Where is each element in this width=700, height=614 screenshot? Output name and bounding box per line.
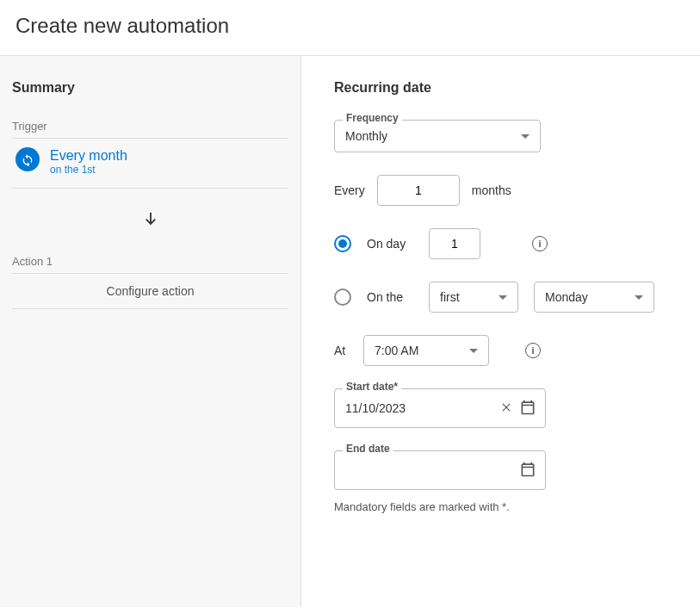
form-title: Recurring date <box>334 80 667 96</box>
form-panel: Recurring date Frequency Monthly Every m… <box>301 56 700 607</box>
trigger-title: Every month <box>50 147 127 164</box>
frequency-select[interactable]: Monthly <box>334 120 541 152</box>
on-day-input[interactable] <box>429 228 480 259</box>
end-date-input[interactable] <box>334 450 546 490</box>
chevron-down-icon <box>635 295 643 300</box>
frequency-field: Frequency Monthly <box>334 120 541 152</box>
every-label: Every <box>334 183 365 197</box>
info-icon[interactable]: i <box>532 236 548 251</box>
at-label: At <box>334 344 351 357</box>
page-title: Create new automation <box>15 14 685 38</box>
on-day-label: On day <box>367 237 413 251</box>
calendar-icon[interactable] <box>519 399 536 419</box>
chevron-down-icon <box>521 134 530 139</box>
start-date-field: Start date* 11/10/2023 <box>334 388 546 428</box>
trigger-text: Every month on the 1st <box>50 147 127 176</box>
at-row: At 7:00 AM i <box>334 335 667 366</box>
recurring-icon <box>15 147 40 171</box>
info-icon[interactable]: i <box>525 343 541 358</box>
time-value: 7:00 AM <box>375 344 418 357</box>
flow-arrow-icon <box>12 189 288 255</box>
on-the-radio[interactable] <box>334 288 351 306</box>
on-the-row: On the first Monday <box>334 282 667 313</box>
ordinal-value: first <box>440 290 460 304</box>
summary-panel: Summary Trigger Every month on the 1st A… <box>0 56 301 607</box>
weekday-select[interactable]: Monday <box>534 282 654 313</box>
on-day-radio[interactable] <box>334 235 351 252</box>
every-unit: months <box>472 183 511 197</box>
summary-title: Summary <box>12 80 288 96</box>
on-day-row: On day i <box>334 228 667 259</box>
frequency-value: Monthly <box>345 129 387 143</box>
start-date-value: 11/10/2023 <box>345 401 493 415</box>
calendar-icon[interactable] <box>519 461 536 481</box>
main-layout: Summary Trigger Every month on the 1st A… <box>0 56 700 607</box>
configure-action-row[interactable]: Configure action <box>12 274 288 309</box>
ordinal-select[interactable]: first <box>429 282 518 313</box>
weekday-value: Monday <box>545 290 588 304</box>
chevron-down-icon <box>499 295 507 300</box>
end-date-label: End date <box>343 443 393 455</box>
every-row: Every months <box>334 175 667 206</box>
frequency-label: Frequency <box>343 112 402 124</box>
on-the-label: On the <box>367 290 413 304</box>
trigger-subtitle: on the 1st <box>50 164 127 176</box>
trigger-item[interactable]: Every month on the 1st <box>12 139 288 189</box>
page-header: Create new automation <box>0 0 700 56</box>
every-input[interactable] <box>377 175 460 206</box>
end-date-field: End date <box>334 450 546 490</box>
start-date-label: Start date* <box>343 381 401 393</box>
mandatory-hint: Mandatory fields are marked with *. <box>334 500 667 513</box>
trigger-section-label: Trigger <box>12 120 288 139</box>
chevron-down-icon <box>469 349 478 353</box>
action-section-label: Action 1 <box>12 255 288 274</box>
time-select[interactable]: 7:00 AM <box>363 335 489 366</box>
clear-icon[interactable] <box>500 401 512 416</box>
start-date-input[interactable]: 11/10/2023 <box>334 388 546 428</box>
